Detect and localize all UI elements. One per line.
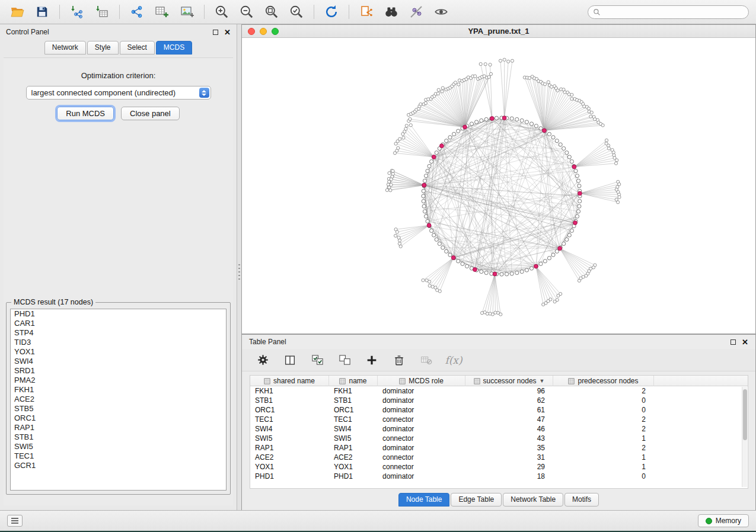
mcds-result-item[interactable]: STB5 [11, 404, 226, 414]
table-cell: YOX1 [250, 462, 329, 472]
dropdown-stepper-icon [199, 88, 209, 98]
select-all-icon[interactable] [310, 352, 325, 368]
table-row[interactable]: STB1STB1dominator620 [250, 396, 748, 405]
mcds-result-item[interactable]: GCR1 [11, 461, 226, 470]
table-row[interactable]: PHD1PHD1dominator180 [250, 472, 748, 481]
criterion-dropdown[interactable]: largest connected component (undirected) [26, 86, 211, 100]
network-canvas[interactable] [242, 38, 755, 334]
tab-node-table[interactable]: Node Table [398, 493, 450, 507]
table-cell: STB1 [329, 396, 378, 405]
tab-edge-table[interactable]: Edge Table [451, 493, 502, 507]
memory-button[interactable]: Memory [698, 514, 749, 527]
zoom-selected-icon[interactable] [286, 3, 307, 21]
mcds-result-item[interactable]: SWI4 [11, 357, 226, 366]
table-scrollbar-thumb[interactable] [743, 389, 747, 440]
tab-style[interactable]: Style [87, 41, 119, 55]
column-header-mcds-role[interactable]: MCDS role [378, 376, 465, 386]
table-cell: 43 [465, 434, 553, 443]
search-input[interactable] [604, 8, 744, 16]
mcds-result-item[interactable]: CAR1 [11, 319, 226, 328]
add-row-plus-icon[interactable] [364, 352, 379, 368]
mcds-result-item[interactable]: TEC1 [11, 451, 226, 461]
table-cell: 2 [553, 443, 654, 453]
column-header-shared-name[interactable]: shared name [250, 376, 329, 386]
deselect-all-icon[interactable] [337, 352, 352, 368]
tab-mcds[interactable]: MCDS [156, 41, 192, 55]
mcds-result-item[interactable]: STP4 [11, 328, 226, 338]
float-table-panel-icon[interactable] [731, 339, 736, 345]
mcds-result-item[interactable]: SWI5 [11, 442, 226, 451]
mcds-result-item[interactable]: TID3 [11, 338, 226, 347]
memory-status-icon [706, 518, 712, 524]
mcds-result-item[interactable]: SRD1 [11, 366, 226, 376]
panel-splitter[interactable] [237, 24, 241, 510]
toolbar-separator [204, 5, 205, 19]
refresh-view-icon[interactable] [321, 3, 342, 21]
table-row[interactable]: TEC1TEC1connector472 [250, 415, 748, 424]
tab-select[interactable]: Select [120, 41, 155, 55]
mcds-result-item[interactable]: ACE2 [11, 395, 226, 404]
table-row[interactable]: SWI4SWI4dominator462 [250, 424, 748, 434]
table-settings-gear-icon[interactable] [255, 352, 270, 368]
table-row[interactable]: ORC1ORC1dominator610 [250, 405, 748, 415]
mcds-result-item[interactable]: RAP1 [11, 423, 226, 432]
mcds-result-item[interactable]: STB1 [11, 432, 226, 442]
table-cell: 18 [465, 472, 553, 481]
window-minimize-icon[interactable] [260, 28, 267, 35]
mcds-result-title: MCDS result (17 nodes) [11, 298, 95, 306]
tab-network[interactable]: Network [44, 41, 86, 55]
close-table-panel-icon[interactable]: ✕ [742, 338, 748, 346]
table-cell: SWI5 [250, 434, 329, 443]
network-window-titlebar[interactable]: YPA_prune.txt_1 [242, 25, 755, 38]
tab-network-table[interactable]: Network Table [503, 493, 563, 507]
export-image-icon[interactable] [177, 3, 197, 21]
zoom-in-icon[interactable] [212, 3, 232, 21]
column-header-predecessor-nodes[interactable]: predecessor nodes [553, 376, 654, 386]
toolbar-separator [59, 5, 60, 19]
new-table-icon[interactable] [152, 3, 172, 21]
search-box[interactable] [588, 5, 749, 19]
table-cell: 0 [553, 405, 654, 415]
automation-menu-button[interactable] [7, 515, 23, 527]
mcds-result-list[interactable]: PHD1CAR1STP4TID3YOX1SWI4SRD1PMA2FKH1ACE2… [10, 309, 227, 491]
delete-row-trash-icon[interactable] [391, 352, 407, 368]
column-header-successor-nodes[interactable]: successor nodes ▼ [465, 376, 553, 386]
mcds-result-item[interactable]: FKH1 [11, 385, 226, 395]
tab-motifs[interactable]: Motifs [564, 493, 599, 507]
table-row[interactable]: FKH1FKH1dominator962 [250, 386, 748, 396]
import-table-file-icon[interactable] [92, 3, 112, 21]
table-row[interactable]: YOX1YOX1connector291 [250, 462, 748, 472]
column-attr-icon [339, 378, 346, 384]
float-panel-icon[interactable] [213, 30, 218, 35]
save-session-icon[interactable] [32, 3, 52, 21]
mcds-result-item[interactable]: ORC1 [11, 414, 226, 423]
open-session-icon[interactable] [7, 3, 27, 21]
column-selector-icon[interactable] [282, 352, 298, 368]
table-row[interactable]: RAP1RAP1dominator352 [250, 443, 748, 453]
node-table[interactable]: shared name name MCDS role successor nod… [250, 375, 748, 489]
close-panel-icon[interactable]: ✕ [224, 28, 231, 36]
new-network-icon[interactable] [127, 3, 147, 21]
find-binoculars-icon[interactable] [381, 3, 401, 21]
table-cell-filler [654, 405, 748, 415]
window-close-icon[interactable] [248, 28, 255, 35]
graphics-details-icon[interactable] [406, 3, 426, 21]
zoom-out-icon[interactable] [237, 3, 257, 21]
table-row[interactable]: ACE2ACE2connector311 [250, 453, 748, 462]
import-network-file-icon[interactable] [67, 3, 87, 21]
window-zoom-icon[interactable] [272, 28, 279, 35]
column-header-name[interactable]: name [329, 376, 378, 386]
mcds-result-item[interactable]: YOX1 [11, 347, 226, 357]
mcds-result-item[interactable]: PHD1 [11, 309, 226, 319]
run-mcds-button[interactable]: Run MCDS [57, 107, 114, 120]
show-hide-eye-icon[interactable] [431, 3, 451, 21]
zoom-fit-icon[interactable] [261, 3, 282, 21]
table-cell: dominator [378, 443, 465, 453]
share-document-icon[interactable] [356, 3, 377, 21]
table-cell: RAP1 [250, 443, 329, 453]
column-attr-icon [474, 378, 480, 384]
close-panel-button[interactable]: Close panel [121, 107, 180, 120]
table-row[interactable]: SWI5SWI5connector431 [250, 434, 748, 443]
mcds-result-item[interactable]: PMA2 [11, 376, 226, 385]
table-scrollbar[interactable] [742, 387, 747, 487]
